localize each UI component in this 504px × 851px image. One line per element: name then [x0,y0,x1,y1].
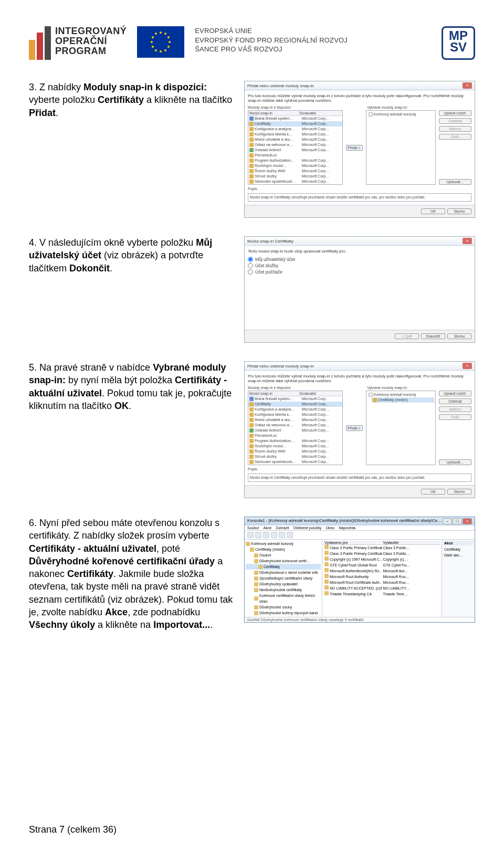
list-item[interactable]: Program Authorization…Microsoft Corp… [248,158,342,163]
list-item[interactable]: Síťové složkyMicrosoft Corp… [248,454,342,459]
table-row[interactable]: Microsoft Root Certificate Auth…Microsof… [323,580,440,585]
list-item[interactable]: Sledování spolehlivosti…Microsoft Corp… [248,179,342,184]
tree-item[interactable]: Kořenový adresář konzoly [246,541,321,547]
finish-button[interactable]: Dokončit [421,333,445,339]
available-list[interactable]: Modul snap-in Dodavatel Brána firewall s… [248,110,343,185]
tree-item[interactable]: Důvěryhodné kořenové certif… [246,558,321,564]
advanced-button[interactable]: Upřesnit… [439,459,471,465]
selected-list[interactable]: Kořenový adresář konzoly Certifikáty (mí… [366,391,436,465]
list-item[interactable]: Rozšířující modul…Microsoft Corp… [248,444,342,449]
tree-item[interactable]: Důvěryhodné osoby [246,604,321,610]
menu-item[interactable]: Oblíbené položky [293,526,321,530]
remove-button[interactable]: Odebrat [439,398,471,404]
table-row[interactable]: NO LIABILITY ACCEPTED, (c)97 …NO LIABILI… [323,585,440,591]
maximize-icon[interactable]: □ [453,518,462,524]
minimize-icon[interactable]: – [443,518,452,524]
table-row[interactable]: Class 3 Public Primary Certificat…Class … [323,545,440,551]
close-icon[interactable]: × [463,238,472,244]
list-item[interactable]: Sledování spolehlivosti…Microsoft Corp… [248,459,342,465]
cert-list[interactable]: Vystaveno pro Vystavitel Class 3 Public … [322,540,442,617]
remove-button[interactable]: Odebrat [439,118,471,124]
list-item[interactable]: CertifikátyMicrosoft Corp… [248,402,342,407]
tree-item[interactable]: Důvěryhodné kořeny čipových karet [246,610,321,616]
list-item[interactable]: Síťové složkyMicrosoft Corp… [248,174,342,179]
list-item[interactable]: CertifikátyMicrosoft Corp… [248,121,342,127]
ok-button[interactable]: OK [421,208,445,214]
toolbar-icon[interactable] [263,532,269,538]
list-item[interactable]: Konfigurace klienta k…Microsoft Corp… [248,132,342,137]
down-button[interactable]: Dolů [439,134,471,140]
toolbar-icon[interactable] [279,532,285,538]
back-button[interactable]: < Zpět [395,333,419,339]
toolbar-icon[interactable] [287,532,293,538]
table-row[interactable]: Copyright (c) 1997 Microsoft C…Copyright… [323,556,440,562]
menu-item[interactable]: Zobrazit [276,526,289,530]
toolbar-icon[interactable] [255,532,261,538]
radio-input[interactable] [248,257,253,262]
tree-item[interactable]: Nedůvěryhodné certifikáty [246,587,321,593]
selected-list[interactable]: Kořenový adresář konzoly [366,110,436,185]
list-item[interactable]: Místní uživatelé a sku…Microsoft Corp… [248,137,342,142]
table-row[interactable]: GTE CyberTrust Global RootGTE CyberTru… [323,562,440,568]
down-button[interactable]: Dolů [439,414,471,420]
toolbar-icon[interactable] [247,532,254,538]
edit-ext-button[interactable]: Upravit rozšíř. [439,391,471,396]
list-item[interactable]: Brána firewall systém…Microsoft Corp… [248,116,342,121]
toolbar[interactable] [245,531,475,540]
close-icon[interactable]: × [463,363,472,369]
toolbar-icon[interactable] [271,532,277,538]
table-row[interactable]: Microsoft Authenticode(tm) Ro…Microsoft … [323,568,440,574]
list-item[interactable]: Ovladač ActiveXMicrosoft Corp… [248,148,342,153]
tree-item[interactable]: Osobní [246,552,321,558]
radio-service[interactable]: Účet služby [248,262,471,269]
list-item[interactable]: Konfigurace a analýza…Microsoft Corp… [248,127,342,132]
list-item[interactable]: Konfigurace a analýza…Microsoft Corp… [248,407,342,412]
tree-item[interactable]: Důvěryhodný vydavatel [246,581,321,587]
ok-button[interactable]: OK [421,489,445,495]
list-item[interactable]: Konfigurace klienta k…Microsoft Corp… [248,412,342,417]
cancel-button[interactable]: Storno [447,489,471,495]
add-button[interactable]: Přidat > [346,425,363,431]
up-button[interactable]: Nahoru [439,126,471,132]
close-icon[interactable]: × [463,518,472,524]
actions-item[interactable]: Další akc… [443,552,474,558]
tree-item[interactable]: Certifikáty [246,564,321,570]
list-item[interactable]: Rozšířující modul…Microsoft Corp… [248,163,342,169]
list-item[interactable]: Brána firewall systém…Microsoft Corp… [248,396,342,402]
radio-my-user[interactable]: Můj uživatelský účet [248,256,471,262]
radio-input[interactable] [248,269,253,275]
close-icon[interactable]: × [463,82,472,89]
available-list[interactable]: Modul snap-in Dodavatel Brána firewall s… [248,391,343,465]
up-button[interactable]: Nahoru [439,406,471,412]
add-button[interactable]: Přidat > [346,145,363,151]
tree-item[interactable]: Certifikáty (místní) [246,547,321,552]
tree-item[interactable]: Důvěryhodnost v rámci rozlehlé sítě [246,570,321,575]
actions-item[interactable]: Certifikáty [443,547,474,552]
list-item[interactable]: Řízení služby WMIMicrosoft Corp… [248,449,342,454]
list-item[interactable]: PerceivedLoc [248,433,342,438]
menu-bar[interactable]: SouborAkceZobrazitOblíbené položkyOknoNá… [245,526,475,531]
menu-item[interactable]: Okno [326,526,335,530]
tree-item[interactable]: Zprostředkující certifikační úřady [246,575,321,581]
cancel-button[interactable]: Storno [447,333,471,339]
edit-ext-button[interactable]: Upravit rozšíř. [439,110,471,116]
cancel-button[interactable]: Storno [447,208,471,214]
menu-item[interactable]: Akce [264,526,272,530]
advanced-button[interactable]: Upřesnit… [439,179,471,185]
radio-input[interactable] [248,263,253,268]
nav-tree[interactable]: Kořenový adresář konzolyCertifikáty (mís… [245,540,322,617]
tree-item[interactable]: Kořenové certifikační úřady třetích stra… [246,593,321,604]
table-row[interactable]: Microsoft Root AuthorityMicrosoft Roo… [323,574,440,580]
list-item[interactable]: Místní uživatelé a sku…Microsoft Corp… [248,417,342,423]
table-row[interactable]: Class 3 Public Primary Certificat…Class … [323,551,440,556]
table-row[interactable]: Thawte Timestamping CAThawte Time… [323,591,440,597]
list-item[interactable]: Program Authorization…Microsoft Corp… [248,438,342,444]
list-item[interactable]: Odkaz na webovou a…Microsoft Corp… [248,423,342,428]
menu-item[interactable]: Soubor [247,526,259,530]
radio-computer[interactable]: Účet počítače [248,269,471,275]
menu-item[interactable]: Nápověda [339,526,355,530]
list-item[interactable]: Odkaz na webovou a…Microsoft Corp… [248,142,342,148]
list-item[interactable]: Řízení služby WMIMicrosoft Corp… [248,169,342,174]
list-item[interactable]: Ovladač ActiveXMicrosoft Corp… [248,428,342,433]
list-item[interactable]: PerceivedLoc [248,153,342,158]
